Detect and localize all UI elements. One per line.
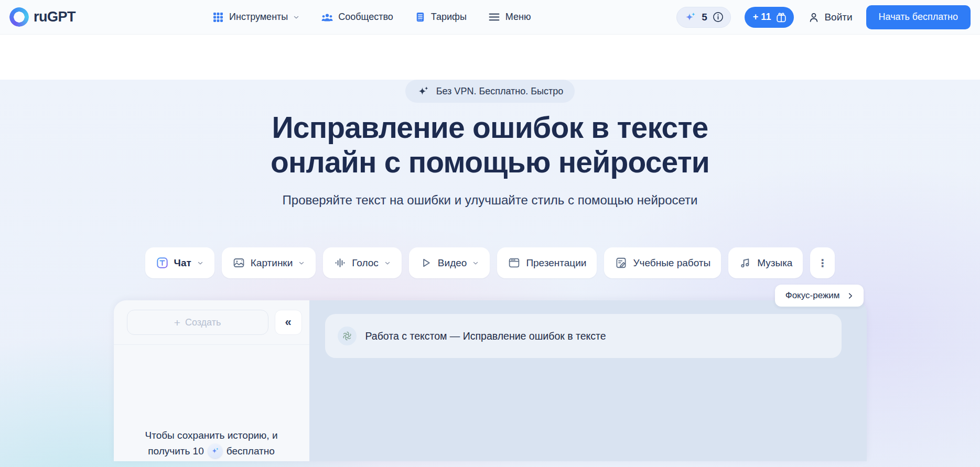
start-free-button[interactable]: Начать бесплатно xyxy=(866,5,971,29)
brand-name: ruGPT xyxy=(34,9,76,25)
history-note-line2: получить 10 бесплатно xyxy=(124,444,299,459)
page-title-line1: Исправление ошибок в тексте xyxy=(0,110,980,145)
tool-tab-study[interactable]: Учебные работы xyxy=(604,247,721,278)
images-icon xyxy=(232,256,245,269)
chevron-down-icon xyxy=(298,259,305,267)
study-doc-pencil-icon xyxy=(615,256,628,269)
nav-item-label: Сообщество xyxy=(338,12,393,23)
nav-item-label: Тарифы xyxy=(431,12,467,23)
tools-row: Чат Картинки xyxy=(0,247,980,278)
tool-tab-label: Картинки xyxy=(251,257,293,269)
chevron-down-icon xyxy=(293,14,300,21)
chevron-down-icon xyxy=(384,259,391,267)
gift-icon xyxy=(775,11,788,24)
people-icon xyxy=(321,11,333,24)
grid-icon xyxy=(212,11,224,24)
credit-sparkle-icon xyxy=(208,444,222,458)
voice-icon xyxy=(333,256,347,269)
tool-tab-voice[interactable]: Голос xyxy=(323,247,402,278)
video-play-icon xyxy=(419,256,433,269)
chat-message-text: Работа с текстом — Исправление ошибок в … xyxy=(365,330,606,342)
tool-tab-label: Музыка xyxy=(757,257,792,269)
tool-tab-music[interactable]: Музыка xyxy=(728,247,803,278)
brand-logo[interactable]: ruGPT xyxy=(9,7,76,27)
nav-item-menu[interactable]: Меню xyxy=(488,10,531,24)
chat-text-icon xyxy=(156,256,169,269)
nav-item-label: Меню xyxy=(505,12,531,23)
music-note-icon xyxy=(739,256,752,269)
more-dots-icon: ⋮ xyxy=(817,257,828,269)
nav-item-label: Инструменты xyxy=(229,12,288,23)
chat-sidebar: + Создать « Чтобы сохранить историю, и п… xyxy=(114,300,309,461)
chat-message-row[interactable]: Работа с текстом — Исправление ошибок в … xyxy=(325,314,842,358)
openai-logo-icon xyxy=(338,327,357,345)
page-subtitle: Проверяйте текст на ошибки и улучшайте с… xyxy=(0,193,980,208)
credits-count: 5 xyxy=(702,12,707,23)
user-icon xyxy=(807,11,820,24)
sparkle-icon xyxy=(684,11,697,24)
tool-tab-video[interactable]: Видео xyxy=(409,247,490,278)
history-note-suffix: бесплатно xyxy=(227,444,275,459)
tool-tab-presentations[interactable]: Презентации xyxy=(497,247,597,278)
tool-tab-chat[interactable]: Чат xyxy=(145,247,214,278)
presentation-icon xyxy=(508,256,521,269)
tool-tab-label: Презентации xyxy=(526,257,586,269)
brand-ring-icon xyxy=(9,7,29,27)
history-note-line1: Чтобы сохранить историю, и xyxy=(124,428,299,443)
tools-more-button[interactable]: ⋮ xyxy=(810,247,835,278)
chevron-down-icon xyxy=(197,259,204,267)
bonus-button[interactable]: + 11 xyxy=(745,7,794,28)
nav-item-tools[interactable]: Инструменты xyxy=(212,11,300,24)
login-button[interactable]: Войти xyxy=(807,11,852,24)
sidebar-header: + Создать « xyxy=(114,300,309,345)
hero-badge: Без VPN. Бесплатно. Быстро xyxy=(405,80,575,103)
badge-text: Без VPN. Бесплатно. Быстро xyxy=(436,86,564,97)
tool-tab-images[interactable]: Картинки xyxy=(222,247,316,278)
tool-tab-label: Голос xyxy=(352,257,379,269)
navbar-right: 5 + 11 Войти xyxy=(676,5,971,29)
info-icon[interactable] xyxy=(712,11,724,23)
collapse-icon: « xyxy=(285,316,291,329)
create-chat-label: Создать xyxy=(185,317,221,328)
focus-mode-label: Фокус-режим xyxy=(785,290,840,301)
workspace-panel: + Создать « Чтобы сохранить историю, и п… xyxy=(114,300,867,461)
tool-tab-label: Учебные работы xyxy=(633,257,710,269)
plus-icon: + xyxy=(174,317,180,328)
hero-section: Без VPN. Бесплатно. Быстро Исправление о… xyxy=(0,80,980,467)
nav-links: Инструменты Сообщество xyxy=(212,10,531,24)
history-note-prefix: получить 10 xyxy=(148,444,204,459)
tool-tab-label: Видео xyxy=(438,257,467,269)
page-title-line2: онлайн с помощью нейросети xyxy=(0,145,980,179)
chevron-down-icon xyxy=(472,259,479,267)
nav-item-community[interactable]: Сообщество xyxy=(321,11,393,24)
login-label: Войти xyxy=(824,12,852,23)
collapse-sidebar-button[interactable]: « xyxy=(275,310,302,335)
bonus-label: + 11 xyxy=(753,12,771,23)
focus-mode-button[interactable]: Фокус-режим xyxy=(775,285,864,307)
page-title: Исправление ошибок в тексте онлайн с пом… xyxy=(0,110,980,179)
history-note: Чтобы сохранить историю, и получить 10 б… xyxy=(114,428,309,461)
hamburger-icon xyxy=(488,10,501,24)
chevron-right-icon xyxy=(846,292,854,300)
badge-sparkle-icon xyxy=(417,85,430,98)
nav-item-pricing[interactable]: Тарифы xyxy=(414,11,467,23)
credits-pill[interactable]: 5 xyxy=(676,7,731,28)
chat-main-area: Работа с текстом — Исправление ошибок в … xyxy=(309,300,867,461)
tariffs-icon xyxy=(414,11,426,23)
create-chat-button[interactable]: + Создать xyxy=(127,310,268,335)
workspace-wrapper: Фокус-режим + Создать « Чтобы сохранить … xyxy=(114,300,867,461)
navbar: ruGPT Инструменты xyxy=(0,0,980,35)
tool-tab-label: Чат xyxy=(174,257,191,269)
